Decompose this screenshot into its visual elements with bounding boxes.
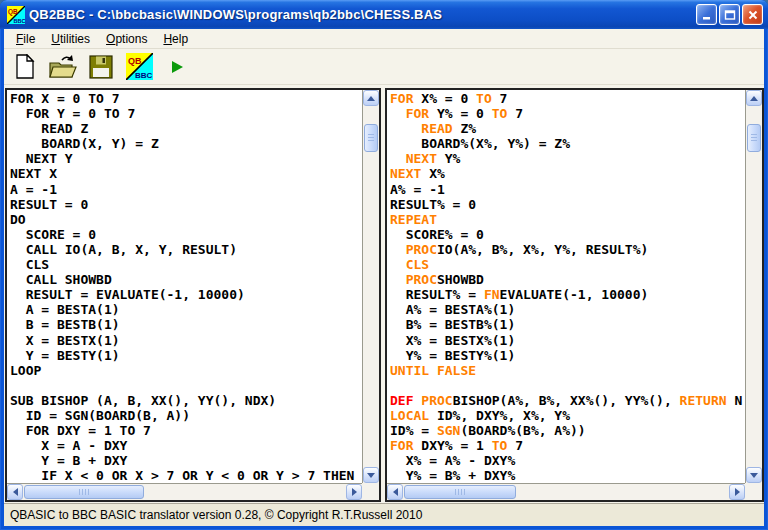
new-file-button[interactable] <box>9 52 41 82</box>
code-line: FOR Y% = 0 TO 7 <box>390 106 745 121</box>
app-window: QB BBC QB2BBC - C:\bbcbasic\WINDOWS\prog… <box>0 0 768 530</box>
scroll-left-button[interactable] <box>7 484 23 500</box>
code-line: NEXT Y <box>10 151 362 166</box>
thumb-grip <box>751 134 757 142</box>
thumb-grip <box>455 489 465 495</box>
code-line: Y = BESTY(1) <box>10 348 362 363</box>
menu-item-options[interactable]: Options <box>98 30 155 48</box>
menu-bar: FileUtilitiesOptionsHelp <box>4 29 764 49</box>
minimize-button[interactable] <box>696 4 717 25</box>
code-line: Y% = B% + DXY% <box>390 468 745 483</box>
scroll-up-button[interactable] <box>746 90 762 106</box>
bbc-code[interactable]: FOR X% = 0 TO 7 FOR Y% = 0 TO 7 READ Z% … <box>387 90 745 483</box>
workspace: FOR X = 0 TO 7 FOR Y = 0 TO 7 READ Z BOA… <box>4 85 764 503</box>
code-line: DEF PROCBISHOP(A%, B%, XX%(), YY%(), RET… <box>390 393 745 408</box>
arrow-right-icon <box>352 488 357 496</box>
translate-icon-qb-label: QB <box>128 56 142 66</box>
run-icon <box>169 59 185 75</box>
code-line: A = BESTA(1) <box>10 302 362 317</box>
toolbar: QB BBC <box>4 49 764 85</box>
code-line: SCORE = 0 <box>10 227 362 242</box>
maximize-button[interactable] <box>719 4 740 25</box>
scroll-right-button[interactable] <box>346 484 362 500</box>
arrow-down-icon <box>367 473 375 478</box>
code-line: UNTIL FALSE <box>390 363 745 378</box>
qbasic-code[interactable]: FOR X = 0 TO 7 FOR Y = 0 TO 7 READ Z BOA… <box>7 90 362 483</box>
thumb-grip <box>368 134 374 142</box>
new-file-icon <box>14 54 36 80</box>
code-line: X% = BESTX%(1) <box>390 333 745 348</box>
code-line: IF X < 0 OR X > 7 OR Y < 0 OR Y > 7 THEN <box>10 468 362 483</box>
horizontal-scroll-thumb[interactable] <box>404 485 516 499</box>
arrow-left-icon <box>13 488 18 496</box>
translate-button[interactable]: QB BBC <box>123 52 155 82</box>
menu-item-file[interactable]: File <box>8 30 43 48</box>
menu-item-utilities[interactable]: Utilities <box>43 30 98 48</box>
arrow-right-icon <box>735 488 740 496</box>
arrow-up-icon <box>367 96 375 101</box>
code-line: RESULT% = FNEVALUATE(-1, 10000) <box>390 287 745 302</box>
code-line: BOARD%(X%, Y%) = Z% <box>390 136 745 151</box>
code-line: CLS <box>10 257 362 272</box>
arrow-left-icon <box>393 488 398 496</box>
bbc-horizontal-scrollbar[interactable] <box>387 483 745 500</box>
app-icon: QB BBC <box>7 6 25 24</box>
app-icon-qb-label: QB <box>8 7 18 15</box>
code-line: CALL IO(A, B, X, Y, RESULT) <box>10 242 362 257</box>
menu-item-help[interactable]: Help <box>155 30 196 48</box>
code-line: A% = BESTA%(1) <box>390 302 745 317</box>
scrollbar-corner <box>745 483 762 500</box>
code-line: SCORE% = 0 <box>390 227 745 242</box>
scroll-down-button[interactable] <box>746 467 762 483</box>
code-line: Y% = BESTY%(1) <box>390 348 745 363</box>
app-icon-bbc-label: BBC <box>14 17 26 23</box>
vertical-scroll-thumb[interactable] <box>364 124 378 152</box>
code-line: NEXT X <box>10 166 362 181</box>
code-line: A = -1 <box>10 182 362 197</box>
code-line: NEXT Y% <box>390 151 745 166</box>
code-line: FOR Y = 0 TO 7 <box>10 106 362 121</box>
code-line: LOCAL ID%, DXY%, X%, Y% <box>390 408 745 423</box>
code-line: READ Z <box>10 121 362 136</box>
status-bar: QBASIC to BBC BASIC translator version 0… <box>4 503 764 526</box>
save-file-button[interactable] <box>85 52 117 82</box>
code-line: A% = -1 <box>390 182 745 197</box>
status-text: QBASIC to BBC BASIC translator version 0… <box>10 508 422 522</box>
code-line <box>10 378 362 393</box>
window-title: QB2BBC - C:\bbcbasic\WINDOWS\programs\qb… <box>29 7 690 22</box>
translate-qb-bbc-icon: QB BBC <box>126 53 153 80</box>
open-file-button[interactable] <box>47 52 79 82</box>
code-line: NEXT X% <box>390 166 745 181</box>
close-button[interactable] <box>742 4 763 25</box>
scroll-right-button[interactable] <box>729 484 745 500</box>
code-line: BOARD(X, Y) = Z <box>10 136 362 151</box>
code-line: RESULT = 0 <box>10 197 362 212</box>
thumb-grip <box>79 489 89 495</box>
qbasic-source-pane: FOR X = 0 TO 7 FOR Y = 0 TO 7 READ Z BOA… <box>5 88 381 502</box>
code-line: X = BESTX(1) <box>10 333 362 348</box>
run-button[interactable] <box>161 52 193 82</box>
code-line: DO <box>10 212 362 227</box>
code-line: SUB BISHOP (A, B, XX(), YY(), NDX) <box>10 393 362 408</box>
horizontal-scroll-thumb[interactable] <box>24 485 144 499</box>
code-line: RESULT = EVALUATE(-1, 10000) <box>10 287 362 302</box>
code-line: LOOP <box>10 363 362 378</box>
qbasic-horizontal-scrollbar[interactable] <box>7 483 362 500</box>
bbc-basic-output-pane: FOR X% = 0 TO 7 FOR Y% = 0 TO 7 READ Z% … <box>385 88 764 502</box>
save-file-icon <box>89 55 113 79</box>
code-line: B% = BESTB%(1) <box>390 317 745 332</box>
scroll-down-button[interactable] <box>363 467 379 483</box>
qbasic-vertical-scrollbar[interactable] <box>362 90 379 483</box>
title-bar[interactable]: QB BBC QB2BBC - C:\bbcbasic\WINDOWS\prog… <box>0 0 768 29</box>
code-line: CLS <box>390 257 745 272</box>
code-line: X = A - DXY <box>10 438 362 453</box>
vertical-scroll-thumb[interactable] <box>747 124 761 152</box>
code-line <box>390 378 745 393</box>
scrollbar-corner <box>362 483 379 500</box>
scroll-left-button[interactable] <box>387 484 403 500</box>
code-line: FOR X = 0 TO 7 <box>10 91 362 106</box>
bbc-vertical-scrollbar[interactable] <box>745 90 762 483</box>
scroll-up-button[interactable] <box>363 90 379 106</box>
code-line: RESULT% = 0 <box>390 197 745 212</box>
code-line: REPEAT <box>390 212 745 227</box>
